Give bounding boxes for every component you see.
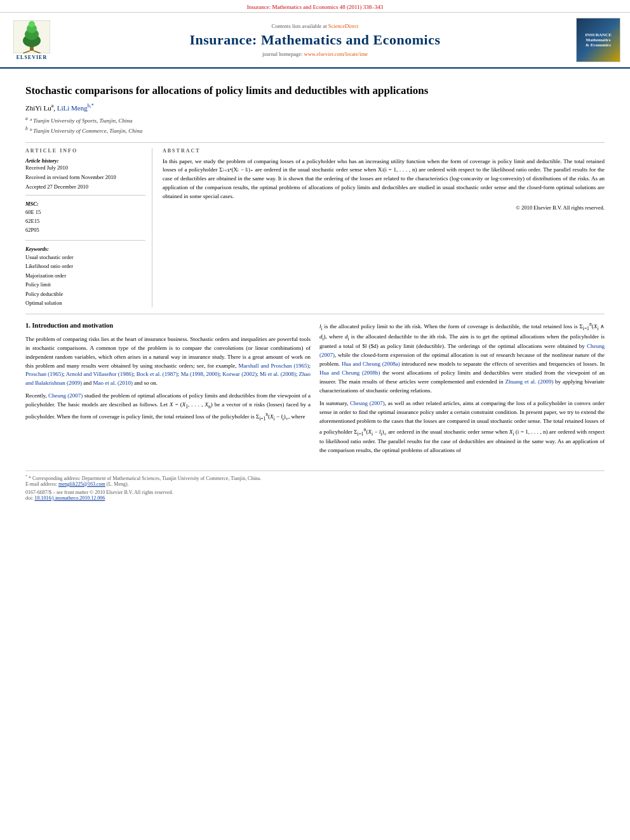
intro-para-1: The problem of comparing risks lies at t… xyxy=(25,335,311,389)
article-info-panel: ARTICLE INFO Article history: Received J… xyxy=(25,148,152,308)
corresponding-text: * Corresponding address: Department of M… xyxy=(29,476,261,481)
right-para-1: li is the allocated policy limit to the … xyxy=(319,321,605,395)
right-para-2: In summary, Cheung (2007), as well as ot… xyxy=(319,399,605,455)
revised-date: Received in revised form November 2010 xyxy=(25,174,145,180)
homepage-prefix: journal homepage: xyxy=(262,51,304,57)
authors-line: ZhiYi Lua, LiLi Mengb,* xyxy=(25,103,605,112)
ref-ma[interactable]: Ma (1998, 2000) xyxy=(181,371,220,377)
keywords-label: Keywords: xyxy=(25,246,145,252)
ref-bock[interactable]: Bock et al. (1987) xyxy=(137,371,178,377)
ref-hua-cheung-b[interactable]: Hua and Cheung (2008b) xyxy=(319,370,380,376)
affiliation-a: a ᵃ Tianjin University of Sports, Tianji… xyxy=(25,115,605,125)
journal-center: Contents lists available at ScienceDirec… xyxy=(64,18,566,62)
abstract-text: In this paper, we study the problem of c… xyxy=(163,157,605,202)
info-abstract-section: ARTICLE INFO Article history: Received J… xyxy=(25,148,605,308)
ref-mao[interactable]: Mao et al. (2010) xyxy=(93,380,132,386)
ref-proschan[interactable]: Proschan (1965) xyxy=(25,371,63,377)
ref-cheung-summary[interactable]: Cheung (2007) xyxy=(350,400,385,406)
kw-3: Majorization order xyxy=(25,271,145,280)
email-link[interactable]: menglili225@163.com xyxy=(58,481,105,487)
ref-arnold[interactable]: Arnold and Villaseñor (1986) xyxy=(66,371,133,377)
history-label: Article history: xyxy=(25,157,145,164)
msc-codes: 60E 15 62E15 62P05 xyxy=(25,208,145,235)
received-date: Received July 2010 xyxy=(25,164,145,171)
elsevier-logo-area: ELSEVIER xyxy=(6,18,57,62)
abstract-heading: ABSTRACT xyxy=(163,148,605,154)
accepted-date: Accepted 27 December 2010 xyxy=(25,183,145,190)
info-divider-2 xyxy=(25,240,145,241)
doi-label: doi: xyxy=(25,495,33,501)
page-footer: * * Corresponding address: Department of… xyxy=(25,470,605,501)
elsevier-wordmark: ELSEVIER xyxy=(17,55,47,60)
main-content: Stochastic comparisons for allocations o… xyxy=(0,69,630,465)
kw-4: Policy limit xyxy=(25,280,145,289)
insurance-journal-badge: INSURANCEMathematics& Economics xyxy=(576,18,620,62)
journal-title: Insurance: Mathematics and Economics xyxy=(189,32,440,48)
info-divider xyxy=(25,195,145,196)
footer-email: E-mail address: menglili225@163.com (L. … xyxy=(25,481,605,487)
kw-6: Optimal solution xyxy=(25,298,145,307)
section-number: 1. xyxy=(25,322,30,329)
doi-link[interactable]: 10.1016/j.insmatheco.2010.12.006 xyxy=(34,495,105,501)
kw-5: Policy deductible xyxy=(25,290,145,298)
email-suffix: (L. Meng). xyxy=(107,481,129,487)
body-right-col: li is the allocated policy limit to the … xyxy=(319,321,605,459)
ref-hua-cheung-a[interactable]: Hua and Cheung (2008a) xyxy=(342,361,400,367)
affiliation-b: b ᵇ Tianjin University of Commerce, Tian… xyxy=(25,125,605,135)
ref-cheung2007-2[interactable]: Cheung (2007) xyxy=(319,343,605,358)
elsevier-tree-icon xyxy=(13,20,50,53)
email-label: E-mail address: xyxy=(25,481,57,487)
msc-3: 62P05 xyxy=(25,225,145,234)
footer-corresponding: * * Corresponding address: Department of… xyxy=(25,474,605,481)
paper-title: Stochastic comparisons for allocations o… xyxy=(25,84,605,98)
top-citation-text: Insurance: Mathematics and Economics 48 … xyxy=(247,4,384,10)
ref-zhuang[interactable]: Zhuang et al. (2009) xyxy=(506,378,554,385)
msc-1: 60E 15 xyxy=(25,208,145,217)
intro-heading: 1. Introduction and motivation xyxy=(25,321,311,331)
divider-2 xyxy=(25,314,605,314)
ref-korwar[interactable]: Korwar (2002) xyxy=(222,371,257,377)
body-left-col: 1. Introduction and motivation The probl… xyxy=(25,321,311,459)
author-lili: LiLi Mengb,* xyxy=(57,104,94,112)
sciencedirect-prefix: Contents lists available at xyxy=(272,23,328,29)
footer-issn: 0167-6687/$ – see front matter © 2010 El… xyxy=(25,490,605,495)
keywords-list: Usual stochastic order Likelihood ratio … xyxy=(25,253,145,308)
journal-header: ELSEVIER Contents lists available at Sci… xyxy=(0,13,630,69)
abstract-copyright: © 2010 Elsevier B.V. All rights reserved… xyxy=(163,204,605,211)
sciencedirect-link[interactable]: ScienceDirect xyxy=(328,23,359,29)
kw-2: Likelihood ratio order xyxy=(25,262,145,270)
badge-text: INSURANCEMathematics& Economics xyxy=(585,32,612,48)
journal-homepage-line: journal homepage: www.elsevier.com/locat… xyxy=(262,51,368,57)
issn-text: 0167-6687/$ – see front matter © 2010 El… xyxy=(25,490,173,495)
kw-1: Usual stochastic order xyxy=(25,253,145,262)
author-zhiyi: ZhiYi Lua, xyxy=(25,104,57,112)
body-content: 1. Introduction and motivation The probl… xyxy=(25,321,605,459)
ref-mi[interactable]: Mi et al. (2008) xyxy=(260,371,296,377)
msc-label: MSC: xyxy=(25,201,145,207)
msc-2: 62E15 xyxy=(25,217,145,225)
top-citation-bar: Insurance: Mathematics and Economics 48 … xyxy=(0,0,630,13)
affiliations: a ᵃ Tianjin University of Sports, Tianji… xyxy=(25,115,605,136)
intro-para-2: Recently, Cheung (2007) studied the prob… xyxy=(25,392,311,422)
footnote-star: * xyxy=(25,474,27,478)
ref-cheung2007[interactable]: Cheung (2007) xyxy=(48,392,83,399)
article-info-heading: ARTICLE INFO xyxy=(25,148,145,154)
divider-1 xyxy=(25,142,605,143)
journal-logo-right: INSURANCEMathematics& Economics xyxy=(573,18,624,62)
page: Insurance: Mathematics and Economics 48 … xyxy=(0,0,630,840)
svg-point-5 xyxy=(29,21,35,27)
abstract-panel: ABSTRACT In this paper, we study the pro… xyxy=(163,148,605,308)
homepage-link[interactable]: www.elsevier.com/locate/ime xyxy=(304,51,368,57)
footer-doi: doi: 10.1016/j.insmatheco.2010.12.006 xyxy=(25,495,605,501)
sciencedirect-line: Contents lists available at ScienceDirec… xyxy=(272,23,359,29)
section-title-text: Introduction and motivation xyxy=(32,322,114,329)
ref-marshall[interactable]: Marshall and Proschan (1965) xyxy=(239,363,309,369)
